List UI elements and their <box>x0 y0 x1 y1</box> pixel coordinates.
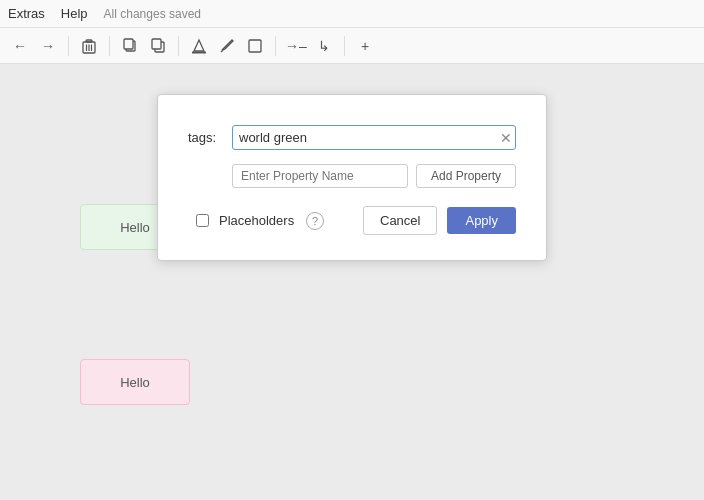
redo-icon[interactable]: → <box>38 36 58 56</box>
cancel-button[interactable]: Cancel <box>363 206 437 235</box>
canvas-area: Hello Hello tags: ✕ Add Property Pl <box>0 64 704 500</box>
trash-icon[interactable] <box>79 36 99 56</box>
menu-extras[interactable]: Extras <box>8 6 45 21</box>
placeholders-label: Placeholders <box>219 213 294 228</box>
toolbar: ← → <box>0 28 704 64</box>
save-status: All changes saved <box>104 7 201 21</box>
menu-help[interactable]: Help <box>61 6 88 21</box>
rect-icon[interactable] <box>245 36 265 56</box>
help-icon[interactable]: ? <box>306 212 324 230</box>
placeholders-checkbox[interactable] <box>196 214 209 227</box>
separator-5 <box>344 36 345 56</box>
copy-icon[interactable] <box>120 36 140 56</box>
tags-label: tags: <box>188 130 224 145</box>
dialog-overlay: tags: ✕ Add Property Placeholders ? Canc… <box>0 64 704 500</box>
apply-button[interactable]: Apply <box>447 207 516 234</box>
duplicate-icon[interactable] <box>148 36 168 56</box>
svg-rect-9 <box>192 51 206 53</box>
separator-4 <box>275 36 276 56</box>
plus-icon[interactable]: + <box>355 36 375 56</box>
add-property-button[interactable]: Add Property <box>416 164 516 188</box>
separator-2 <box>109 36 110 56</box>
fill-icon[interactable] <box>189 36 209 56</box>
svg-rect-1 <box>86 40 92 42</box>
tags-clear-button[interactable]: ✕ <box>500 131 512 145</box>
bottom-row: Placeholders ? Cancel Apply <box>188 206 516 235</box>
property-row: Add Property <box>188 164 516 188</box>
svg-rect-8 <box>152 39 161 49</box>
arrow-right-icon[interactable]: →– <box>286 36 306 56</box>
svg-rect-6 <box>124 39 133 49</box>
property-name-input[interactable] <box>232 164 408 188</box>
pencil-icon[interactable] <box>217 36 237 56</box>
undo-icon[interactable]: ← <box>10 36 30 56</box>
tags-input-wrapper: ✕ <box>232 125 516 150</box>
separator-3 <box>178 36 179 56</box>
menu-bar: Extras Help All changes saved <box>0 0 704 28</box>
tags-input[interactable] <box>232 125 516 150</box>
tags-dialog: tags: ✕ Add Property Placeholders ? Canc… <box>157 94 547 261</box>
tags-row: tags: ✕ <box>188 125 516 150</box>
svg-rect-11 <box>249 40 261 52</box>
separator-1 <box>68 36 69 56</box>
corner-arrow-icon[interactable]: ↳ <box>314 36 334 56</box>
